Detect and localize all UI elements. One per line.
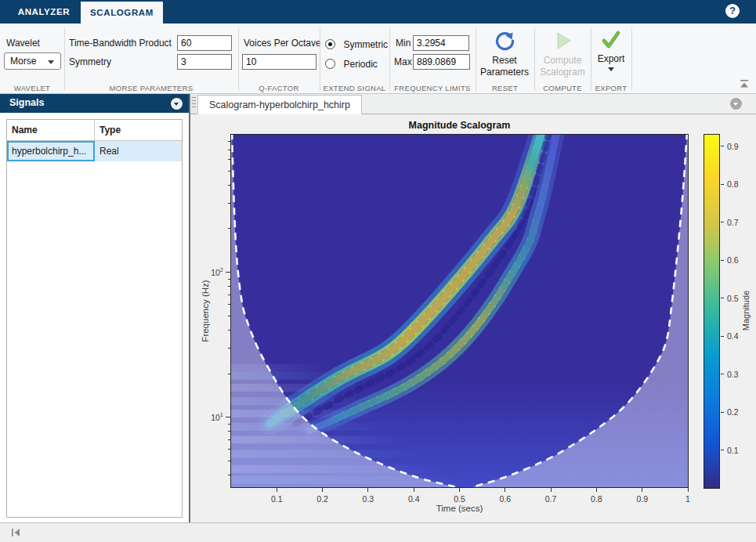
- column-header-name: Name: [7, 120, 95, 140]
- tbp-input[interactable]: [177, 35, 232, 51]
- chevron-down-icon: [608, 67, 614, 71]
- section-divider: [64, 28, 65, 91]
- section-caption-export: EXPORT: [591, 84, 631, 92]
- section-divider: [631, 28, 632, 91]
- radio-periodic-circle[interactable]: [325, 59, 335, 69]
- symmetry-label: Symmetry: [69, 56, 111, 67]
- reset-parameters-button[interactable]: Reset Parameters: [479, 30, 530, 85]
- checkmark-icon: [601, 30, 621, 50]
- reset-button-line1: Reset: [479, 55, 530, 67]
- reset-icon: [494, 30, 515, 52]
- voices-per-octave-input[interactable]: [242, 54, 317, 70]
- scalogram-heatmap-canvas[interactable]: [230, 134, 689, 488]
- signals-panel-title: Signals: [9, 97, 44, 108]
- freq-max-label: Max: [394, 56, 412, 67]
- signals-table: Name Type hyperbolchirp_h... Real: [6, 119, 183, 518]
- reset-button-line2: Parameters: [479, 67, 530, 78]
- section-caption-compute: COMPUTE: [534, 84, 591, 92]
- section-divider: [320, 28, 320, 91]
- compute-button-line2: Scalogram: [537, 67, 588, 78]
- signals-panel-body: Name Type hyperbolchirp_h... Real: [0, 113, 189, 522]
- signals-panel-menu-icon[interactable]: [171, 98, 183, 110]
- freq-max-input[interactable]: [413, 54, 470, 70]
- status-bar: [0, 522, 756, 542]
- freq-min-label: Min: [396, 38, 411, 49]
- freq-min-input[interactable]: [413, 35, 469, 51]
- section-caption-morse-parameters: MORSE PARAMETERS: [64, 84, 238, 92]
- wavelet-time-frequency-analyzer-app: ANALYZER SCALOGRAM ? Wavelet Morse WAVEL…: [0, 0, 756, 542]
- export-button-label: Export: [593, 53, 629, 65]
- section-caption-qfactor: Q-FACTOR: [238, 84, 320, 92]
- radio-periodic[interactable]: Periodic: [325, 56, 378, 67]
- document-tab-strip: Scalogram-hyperbolchirp_hchirp: [190, 94, 756, 114]
- section-caption-frequency-limits: FREQUENCY LIMITS: [389, 84, 476, 92]
- signals-panel-header: Signals: [0, 94, 189, 113]
- tab-scalogram-document[interactable]: Scalogram-hyperbolchirp_hchirp: [197, 95, 362, 114]
- symmetry-input[interactable]: [177, 54, 232, 70]
- tab-scalogram[interactable]: SCALOGRAM: [81, 2, 163, 23]
- help-icon[interactable]: ?: [725, 4, 740, 18]
- signals-table-header: Name Type: [7, 120, 182, 141]
- tab-analyzer[interactable]: ANALYZER: [16, 0, 72, 23]
- radio-symmetric-label: Symmetric: [343, 39, 388, 50]
- radio-symmetric[interactable]: Symmetric: [325, 37, 388, 48]
- voices-per-octave-label: Voices Per Octave: [244, 38, 321, 49]
- scalogram-toolstrip: Wavelet Morse WAVELET Time-Bandwidth Pro…: [0, 23, 756, 94]
- panel-divider[interactable]: [189, 94, 190, 542]
- chevron-down-icon: [48, 60, 54, 64]
- section-caption-wavelet: WAVELET: [0, 84, 64, 92]
- compute-button-line1: Compute: [537, 55, 588, 67]
- radio-symmetric-circle[interactable]: [325, 39, 335, 49]
- play-icon: [552, 30, 573, 52]
- signal-type-cell[interactable]: Real: [95, 141, 182, 161]
- export-button[interactable]: Export: [593, 30, 629, 85]
- collapse-ribbon-icon[interactable]: [739, 79, 750, 89]
- collapse-panel-left-icon[interactable]: [9, 527, 22, 538]
- wavelet-dropdown-value: Morse: [10, 56, 36, 67]
- tbp-label: Time-Bandwidth Product: [69, 38, 172, 49]
- column-header-type: Type: [95, 120, 182, 140]
- wavelet-label: Wavelet: [6, 38, 40, 49]
- section-divider: [534, 28, 535, 91]
- section-divider: [476, 28, 476, 91]
- section-caption-extend-signal: EXTEND SIGNAL: [320, 84, 389, 92]
- table-row-signal[interactable]: hyperbolchirp_h... Real: [7, 141, 182, 161]
- wavelet-dropdown[interactable]: Morse: [4, 52, 61, 70]
- radio-periodic-label: Periodic: [343, 59, 377, 70]
- section-divider: [591, 28, 591, 91]
- toolstrip-tab-bar: ANALYZER SCALOGRAM ?: [0, 0, 756, 23]
- compute-scalogram-button[interactable]: Compute Scalogram: [537, 30, 588, 85]
- section-divider: [389, 28, 390, 91]
- panel-resize-grip[interactable]: [191, 95, 197, 114]
- signal-name-cell[interactable]: hyperbolchirp_h...: [7, 141, 95, 161]
- section-caption-reset: RESET: [476, 84, 534, 92]
- document-tab-menu-icon[interactable]: [730, 98, 742, 110]
- section-divider: [238, 28, 239, 91]
